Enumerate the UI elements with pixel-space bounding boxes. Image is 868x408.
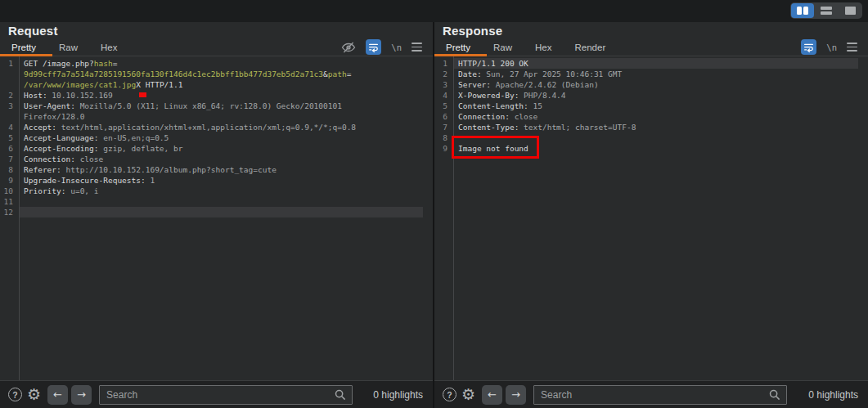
- line-number: [0, 79, 19, 90]
- columns-layout-button[interactable]: [791, 3, 814, 18]
- line-number: 6: [0, 143, 19, 154]
- request-header: Request: [0, 22, 433, 38]
- search-icon: [769, 389, 780, 401]
- line-number: 5: [434, 101, 453, 111]
- code-line[interactable]: 10Priority: u=0, i: [0, 186, 433, 196]
- code-text: [19, 207, 423, 217]
- code-text: Accept-Encoding: gzip, deflate, br: [19, 143, 423, 154]
- response-editor-toolbar: \n: [801, 39, 857, 55]
- highlights-count: 0 highlights: [373, 389, 423, 401]
- prev-match-button[interactable]: ←: [47, 385, 68, 405]
- line-number: 11: [0, 196, 19, 207]
- settings-gear-icon[interactable]: ⚙: [27, 387, 41, 402]
- line-number: 2: [0, 90, 19, 101]
- help-icon[interactable]: ?: [8, 388, 22, 401]
- tab-raw[interactable]: Raw: [47, 38, 89, 56]
- code-line[interactable]: 9Upgrade-Insecure-Requests: 1: [0, 175, 433, 186]
- single-layout-button[interactable]: [839, 3, 861, 18]
- soft-wrap-button[interactable]: [366, 39, 381, 55]
- code-text: Accept-Language: en-US,en;q=0.5: [19, 132, 423, 143]
- tab-pretty[interactable]: Pretty: [0, 38, 47, 56]
- request-editor[interactable]: 1GET /image.php?hash=9d99cff7a7a514a7285…: [0, 56, 433, 380]
- gutter-divider: [453, 56, 454, 380]
- code-line[interactable]: 4X-Powered-By: PHP/8.4.4: [434, 90, 868, 101]
- code-line[interactable]: 3Server: Apache/2.4.62 (Debian): [434, 79, 868, 90]
- tab-render[interactable]: Render: [564, 38, 618, 56]
- search-input[interactable]: [99, 385, 353, 405]
- code-line[interactable]: 2Host: 10.10.152.169: [0, 90, 433, 101]
- help-icon[interactable]: ?: [443, 388, 456, 401]
- line-number: 4: [434, 90, 453, 101]
- top-strip: [0, 0, 868, 22]
- newline-toggle-icon[interactable]: \n: [391, 43, 402, 52]
- code-line[interactable]: 6Accept-Encoding: gzip, deflate, br: [0, 143, 433, 154]
- code-line[interactable]: 7Connection: close: [0, 154, 433, 164]
- code-line[interactable]: 11: [0, 196, 433, 207]
- code-text: Referer: http://10.10.152.169/album.php?…: [19, 164, 423, 175]
- code-line[interactable]: 6Connection: close: [434, 111, 868, 122]
- code-line[interactable]: 1GET /image.php?hash=: [0, 58, 433, 69]
- single-pane-icon: [845, 7, 856, 15]
- line-number: 7: [434, 122, 453, 132]
- response-editor[interactable]: 1HTTP/1.1 200 OK2Date: Sun, 27 Apr 2025 …: [434, 56, 868, 380]
- line-number: 6: [434, 111, 453, 122]
- line-number: 3: [434, 79, 453, 90]
- layout-toggle-group: [790, 2, 862, 19]
- line-number: 8: [434, 132, 453, 143]
- highlights-count: 0 highlights: [808, 389, 858, 401]
- settings-gear-icon[interactable]: ⚙: [461, 387, 475, 402]
- gutter-divider: [19, 56, 20, 380]
- search-input[interactable]: [533, 385, 787, 405]
- search-icon: [335, 389, 346, 401]
- editor-menu-icon[interactable]: [847, 43, 857, 51]
- rows-layout-button[interactable]: [815, 3, 838, 18]
- line-number: 1: [434, 58, 453, 69]
- hide-matches-icon[interactable]: [341, 40, 356, 55]
- red-marker-annotation: [139, 92, 146, 97]
- code-text: Content-Type: text/html; charset=UTF-8: [453, 122, 858, 132]
- line-number: 7: [0, 154, 19, 164]
- next-match-button[interactable]: →: [506, 385, 526, 405]
- next-match-button[interactable]: →: [71, 385, 92, 405]
- code-line[interactable]: 1HTTP/1.1 200 OK: [434, 58, 868, 69]
- tab-raw[interactable]: Raw: [482, 38, 524, 56]
- code-line[interactable]: 7Content-Type: text/html; charset=UTF-8: [434, 122, 868, 132]
- code-line[interactable]: 3User-Agent: Mozilla/5.0 (X11; Linux x86…: [0, 101, 433, 111]
- request-search-bar: ? ⚙ ← → 0 highlights: [0, 380, 433, 408]
- code-line[interactable]: 9d99cff7a7a514a7285191560fa130f146d4c1ec…: [0, 69, 433, 79]
- code-line[interactable]: 12: [0, 207, 433, 217]
- response-header: Response: [434, 22, 868, 38]
- request-tabs: PrettyRawHex: [0, 38, 129, 56]
- line-number: 8: [0, 164, 19, 175]
- code-text: 9d99cff7a7a514a7285191560fa130f146d4c1ec…: [19, 69, 423, 79]
- code-line[interactable]: 8Referer: http://10.10.152.169/album.php…: [0, 164, 433, 175]
- request-tab-bar: PrettyRawHex \n: [0, 38, 433, 56]
- tab-hex[interactable]: Hex: [524, 38, 563, 56]
- tab-hex[interactable]: Hex: [89, 38, 128, 56]
- tab-pretty[interactable]: Pretty: [434, 38, 482, 56]
- code-line[interactable]: 4Accept: text/html,application/xhtml+xml…: [0, 122, 433, 132]
- search-field: [99, 385, 353, 405]
- wrap-icon: [803, 42, 814, 52]
- code-line[interactable]: Firefox/128.0: [0, 111, 433, 122]
- prev-match-button[interactable]: ←: [482, 385, 502, 405]
- line-number: [0, 69, 19, 79]
- line-number: 1: [0, 58, 19, 69]
- line-number: 4: [0, 122, 19, 132]
- code-line[interactable]: 5Content-Length: 15: [434, 101, 868, 111]
- soft-wrap-button[interactable]: [801, 39, 816, 55]
- newline-toggle-icon[interactable]: \n: [826, 43, 837, 52]
- eye-slash-icon: [341, 40, 356, 55]
- code-text: Date: Sun, 27 Apr 2025 10:46:31 GMT: [453, 69, 858, 79]
- active-tab-underline: [0, 54, 52, 56]
- search-field: [533, 385, 787, 405]
- code-line[interactable]: 2Date: Sun, 27 Apr 2025 10:46:31 GMT: [434, 69, 868, 79]
- editor-menu-icon[interactable]: [412, 43, 422, 51]
- code-line[interactable]: /var/www/images/cat1.jpgX HTTP/1.1: [0, 79, 433, 90]
- response-search-bar: ? ⚙ ← → 0 highlights: [434, 380, 868, 408]
- code-text: Connection: close: [453, 111, 858, 122]
- code-text: GET /image.php?hash=: [19, 58, 423, 69]
- code-text: Upgrade-Insecure-Requests: 1: [19, 175, 423, 186]
- request-panel: Request PrettyRawHex: [0, 22, 433, 408]
- code-line[interactable]: 5Accept-Language: en-US,en;q=0.5: [0, 132, 433, 143]
